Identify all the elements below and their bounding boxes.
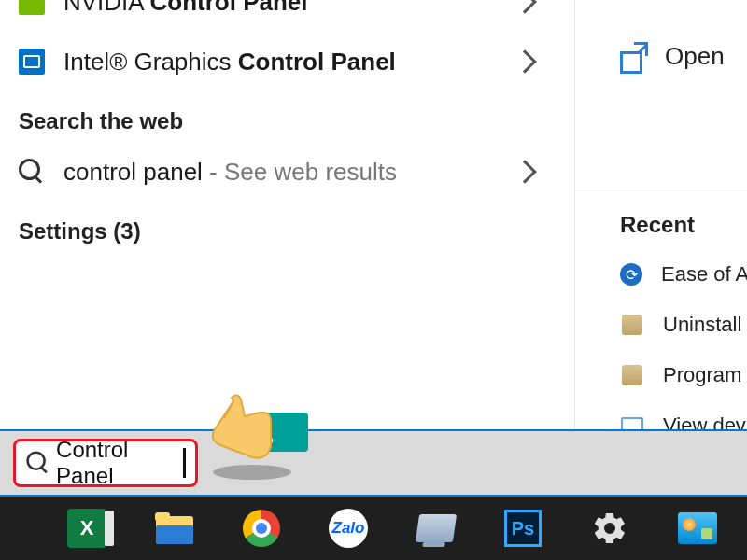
program-box-icon <box>622 365 642 385</box>
result-text-prefix: Intel® Graphics <box>63 48 238 76</box>
chevron-right-icon[interactable] <box>513 49 536 73</box>
open-label: Open <box>665 42 725 71</box>
recent-header: Recent <box>575 189 747 249</box>
taskbar-zalo-icon[interactable]: Zalo <box>329 509 368 548</box>
nvidia-icon <box>19 0 45 15</box>
recent-ease-of-access[interactable]: ⟳ Ease of A <box>575 249 747 300</box>
chevron-right-icon[interactable] <box>513 0 536 14</box>
taskbar-excel-icon[interactable] <box>67 509 106 548</box>
search-input[interactable]: Control Panel <box>13 439 198 487</box>
search-results-panel: NVIDIA Control Panel Intel® Graphics Con… <box>0 0 565 429</box>
result-text-bold: Control Panel <box>149 0 307 16</box>
recent-programs[interactable]: Program <box>575 350 747 400</box>
taskbar-settings-icon[interactable] <box>590 509 629 548</box>
recent-uninstall[interactable]: Uninstall <box>575 300 747 350</box>
intel-icon <box>19 49 45 75</box>
recent-label: Program <box>663 363 741 387</box>
web-query-text: control panel <box>63 158 203 186</box>
section-settings[interactable]: Settings (3) <box>0 202 565 252</box>
open-external-icon <box>620 44 644 68</box>
search-icon <box>26 451 48 474</box>
open-action[interactable]: Open <box>575 28 747 84</box>
result-text-prefix: NVIDIA <box>63 0 149 16</box>
chevron-right-icon[interactable] <box>513 160 536 183</box>
ease-of-access-icon: ⟳ <box>620 263 642 286</box>
recent-label: Ease of A <box>661 262 747 287</box>
taskbar-file-explorer-icon[interactable] <box>155 509 194 548</box>
taskbar-remote-desktop-icon[interactable] <box>416 509 456 548</box>
result-text-bold: Control Panel <box>238 48 396 76</box>
program-box-icon <box>622 315 642 335</box>
search-bar-strip: Control Panel <box>0 429 747 497</box>
taskbar-photoshop-icon[interactable]: Ps <box>504 510 542 547</box>
taskbar-chrome-icon[interactable] <box>243 510 280 547</box>
text-cursor <box>183 448 186 478</box>
result-web-search[interactable]: control panel - See web results <box>0 142 565 202</box>
preview-panel: Open Recent ⟳ Ease of A Uninstall Progra… <box>574 0 747 443</box>
search-input-value: Control Panel <box>56 437 177 489</box>
taskbar: Zalo Ps <box>0 497 747 560</box>
result-intel-graphics[interactable]: Intel® Graphics Control Panel <box>0 32 565 91</box>
section-search-the-web: Search the web <box>0 91 565 142</box>
search-icon <box>19 159 45 185</box>
web-suffix-text: - See web results <box>203 158 397 186</box>
recent-label: Uninstall <box>663 313 741 337</box>
taskbar-control-panel-icon[interactable] <box>678 509 717 548</box>
result-nvidia-control-panel[interactable]: NVIDIA Control Panel <box>0 0 565 32</box>
